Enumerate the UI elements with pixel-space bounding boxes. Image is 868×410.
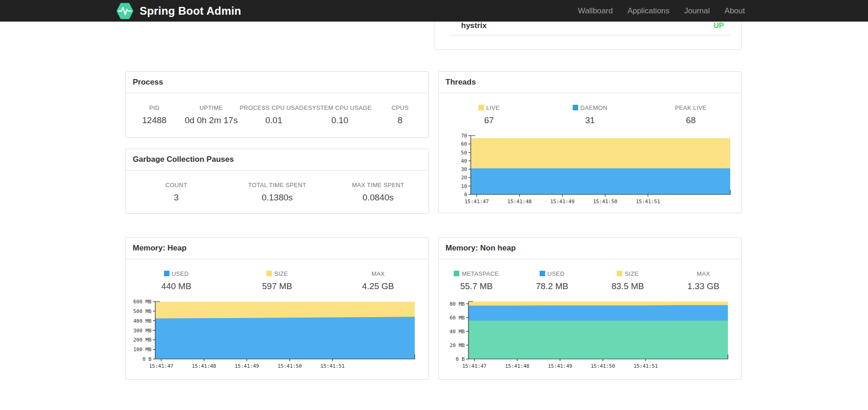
svg-text:20 MB: 20 MB <box>450 342 465 348</box>
metric-pid: PID12488 <box>126 104 183 125</box>
memory-heap-panel-title: Memory: Heap <box>126 238 428 259</box>
chart-svg: 0 B100 MB200 MB300 MB400 MB500 MB600 MB1… <box>126 296 422 374</box>
metric-daemon: DAEMON31 <box>540 104 641 125</box>
process-panel: Process PID12488UPTIME0d 0h 2m 17sPROCES… <box>125 71 429 138</box>
memory-heap-metrics: USED440 MBSIZE597 MBMAX4.25 GB <box>126 270 428 291</box>
svg-text:15:41:49: 15:41:49 <box>548 363 572 369</box>
svg-text:40 MB: 40 MB <box>450 329 465 335</box>
svg-text:10: 10 <box>461 183 467 189</box>
threads-panel: Threads LIVE67DAEMON31PEAK LIVE68 010203… <box>438 71 742 213</box>
svg-text:15:41:51: 15:41:51 <box>633 363 658 369</box>
nav-link-journal[interactable]: Journal <box>684 6 710 16</box>
metric-label: UPTIME <box>183 104 240 111</box>
metric-size: SIZE83.5 MB <box>590 270 666 291</box>
memory-heap-panel: Memory: Heap USED440 MBSIZE597 MBMAX4.25… <box>125 237 429 380</box>
metric-peak-live: PEAK LIVE68 <box>640 104 741 125</box>
metric-size: SIZE597 MB <box>227 270 328 291</box>
svg-text:70: 70 <box>461 133 467 139</box>
brand-title: Spring Boot Admin <box>140 5 241 17</box>
nav-link-about[interactable]: About <box>725 6 745 16</box>
chart-svg: 0 B20 MB40 MB60 MB80 MB15:41:4715:41:481… <box>439 296 735 374</box>
metric-value: 67 <box>439 115 540 125</box>
metric-value: 12488 <box>126 115 183 125</box>
metric-value: 68 <box>640 115 741 125</box>
svg-text:300 MB: 300 MB <box>133 328 152 334</box>
metric-label: METASPACE <box>439 270 514 277</box>
svg-text:15:41:49: 15:41:49 <box>550 199 575 205</box>
metric-label: TOTAL TIME SPENT <box>227 182 328 188</box>
metric-value: 597 MB <box>227 281 328 291</box>
legend-swatch-icon <box>454 271 459 276</box>
chart-svg: 01020304050607015:41:4715:41:4815:41:491… <box>439 130 737 210</box>
svg-text:20: 20 <box>461 175 467 181</box>
svg-text:15:41:48: 15:41:48 <box>505 363 530 369</box>
svg-text:15:41:48: 15:41:48 <box>192 363 216 369</box>
svg-text:15:41:47: 15:41:47 <box>465 199 489 205</box>
metric-label: USED <box>514 270 590 277</box>
svg-text:80 MB: 80 MB <box>450 301 465 307</box>
svg-text:500 MB: 500 MB <box>133 308 152 314</box>
nav-link-applications[interactable]: Applications <box>627 6 670 16</box>
svg-text:100 MB: 100 MB <box>133 347 152 353</box>
metric-label: PROCESS CPU USAGE <box>240 104 308 111</box>
svg-text:60 MB: 60 MB <box>450 315 465 321</box>
metric-count: COUNT3 <box>126 182 227 203</box>
svg-text:15:41:49: 15:41:49 <box>235 363 259 369</box>
metric-label: PEAK LIVE <box>640 104 741 111</box>
svg-text:15:41:47: 15:41:47 <box>149 363 174 369</box>
memory-nonheap-chart: 0 B20 MB40 MB60 MB80 MB15:41:4715:41:481… <box>439 296 741 374</box>
metric-label: MAX <box>665 270 741 277</box>
svg-text:15:41:47: 15:41:47 <box>462 363 487 369</box>
metric-label: SYSTEM CPU USAGE <box>308 104 372 111</box>
threads-metrics: LIVE67DAEMON31PEAK LIVE68 <box>439 104 741 125</box>
health-indicator-name: hystrix <box>461 21 487 30</box>
metric-value: 8 <box>372 115 428 125</box>
brand[interactable]: Spring Boot Admin <box>116 2 241 20</box>
svg-text:60: 60 <box>461 141 467 147</box>
svg-text:600 MB: 600 MB <box>133 299 152 305</box>
metric-value: 4.25 GB <box>327 281 428 291</box>
legend-swatch-icon <box>266 271 272 276</box>
svg-text:0 B: 0 B <box>142 356 152 362</box>
health-row-divider <box>450 35 731 49</box>
legend-swatch-icon <box>573 105 578 110</box>
svg-text:15:41:51: 15:41:51 <box>636 199 660 205</box>
legend-swatch-icon <box>617 271 622 276</box>
navbar: Spring Boot Admin WallboardApplicationsJ… <box>0 0 868 22</box>
legend-swatch-icon <box>540 271 545 276</box>
svg-text:15:41:50: 15:41:50 <box>277 363 302 369</box>
gc-metrics: COUNT3TOTAL TIME SPENT0.1380sMAX TIME SP… <box>126 182 428 203</box>
svg-text:15:41:51: 15:41:51 <box>320 363 344 369</box>
memory-nonheap-metrics: METASPACE55.7 MBUSED78.2 MBSIZE83.5 MBMA… <box>439 270 741 291</box>
nav-link-wallboard[interactable]: Wallboard <box>578 6 613 16</box>
metric-value: 1.33 GB <box>665 281 741 291</box>
svg-text:0 B: 0 B <box>456 356 465 362</box>
gc-panel-title: Garbage Collection Pauses <box>126 149 428 171</box>
metric-uptime: UPTIME0d 0h 2m 17s <box>183 104 240 125</box>
metric-value: 0.10 <box>308 115 372 125</box>
svg-text:200 MB: 200 MB <box>133 337 152 343</box>
metric-label: MAX TIME SPENT <box>327 182 428 188</box>
svg-text:30: 30 <box>461 166 467 172</box>
metric-system-cpu-usage: SYSTEM CPU USAGE0.10 <box>308 104 372 125</box>
svg-text:15:41:50: 15:41:50 <box>593 199 617 205</box>
svg-text:400 MB: 400 MB <box>133 318 152 324</box>
svg-text:15:41:50: 15:41:50 <box>591 363 615 369</box>
metric-label: DAEMON <box>540 104 641 111</box>
legend-swatch-icon <box>479 105 484 110</box>
metric-value: 31 <box>540 115 641 125</box>
metric-label: COUNT <box>126 182 227 188</box>
memory-nonheap-panel: Memory: Non heap METASPACE55.7 MBUSED78.… <box>438 237 742 380</box>
threads-panel-title: Threads <box>439 72 741 93</box>
metric-metaspace: METASPACE55.7 MB <box>439 270 514 291</box>
threads-chart: 01020304050607015:41:4715:41:4815:41:491… <box>439 130 741 210</box>
metric-value: 0d 0h 2m 17s <box>183 115 240 125</box>
gc-panel: Garbage Collection Pauses COUNT3TOTAL TI… <box>125 148 429 214</box>
metric-label: LIVE <box>439 104 540 111</box>
health-status-badge: UP <box>714 22 724 30</box>
metric-label: SIZE <box>590 270 666 277</box>
metric-used: USED440 MB <box>126 270 227 291</box>
process-metrics: PID12488UPTIME0d 0h 2m 17sPROCESS CPU US… <box>126 104 428 125</box>
spring-boot-admin-logo-icon <box>116 2 134 20</box>
metric-value: 3 <box>126 193 227 203</box>
